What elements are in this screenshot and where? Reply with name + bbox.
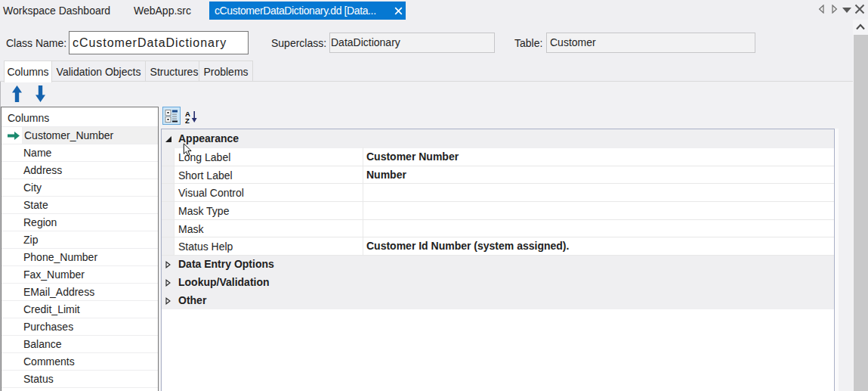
svg-text:Z: Z [185,116,190,124]
